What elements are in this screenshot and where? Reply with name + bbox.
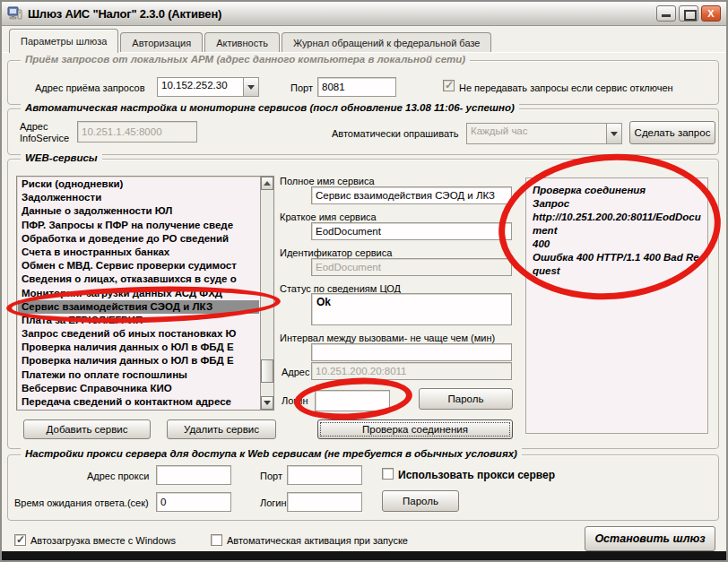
proxy-address-input[interactable]	[156, 465, 231, 485]
list-item[interactable]: Проверка наличия данных о ЮЛ в ФБД Е	[18, 341, 259, 354]
list-item[interactable]: Запрос сведений об иных постановках Ю	[18, 327, 259, 341]
proxy-address-label: Адрес прокси	[87, 471, 149, 481]
scroll-down-button[interactable]	[261, 396, 273, 410]
service-password-button[interactable]: Пароль	[419, 388, 513, 410]
make-request-button[interactable]: Сделать запрос	[629, 121, 715, 144]
list-item-selected[interactable]: Сервис взаимодействия СЭОД и ЛКЗ	[18, 300, 259, 314]
delete-service-button[interactable]: Удалить сервис	[167, 419, 276, 439]
scroll-up-button[interactable]	[261, 177, 273, 190]
list-item[interactable]: Данные о задолженности ЮЛ	[18, 204, 259, 218]
list-item[interactable]: Риски (однодневки)	[18, 177, 259, 191]
list-item[interactable]: Мониторинг загрузки данных АСД ФХД	[18, 287, 259, 300]
poll-combo[interactable]: Каждый час	[466, 123, 622, 144]
list-item[interactable]: Сведения о лицах, отказавшихся в суде о	[18, 272, 259, 286]
services-listbox[interactable]: Риски (однодневки) Задолженности Данные …	[16, 176, 274, 411]
poll-label: Автоматически опрашивать	[332, 128, 459, 139]
short-name-label: Краткое имя сервиса	[280, 212, 377, 222]
reception-address-dropdown-button[interactable]	[243, 78, 258, 96]
service-address-input	[311, 362, 512, 380]
list-item[interactable]: Обмен с МВД. Сервис проверки судимост	[18, 259, 259, 272]
list-item[interactable]: Плата за ЕГРЮЛ/ЕГРИП	[18, 314, 259, 327]
list-item[interactable]: Передача сведений о контактном адресе	[18, 395, 259, 409]
service-id-label: Идентификатор сервиса	[280, 247, 392, 258]
minimize-button[interactable]	[656, 5, 676, 22]
app-window: Шлюз АИС "Налог" 2.3.0 (Активен) X Парам…	[0, 0, 728, 562]
reception-group-title: Приём запросов от локальных АРМ (адрес д…	[21, 54, 470, 65]
services-scrollbar[interactable]	[260, 177, 273, 410]
triangle-down-icon	[264, 401, 271, 405]
tab-activity[interactable]: Активность	[204, 32, 280, 53]
autostart-label: Автозагрузка вместе с Windows	[30, 535, 176, 546]
no-forward-checkbox[interactable]	[443, 80, 455, 91]
log-line: Проверка соединения	[533, 184, 701, 197]
chevron-down-icon	[247, 85, 255, 90]
list-item[interactable]: Проверка наличия данных о ЮЛ в ФБД Е	[18, 354, 259, 367]
app-icon	[7, 6, 23, 21]
login-label: Логин	[282, 395, 308, 406]
list-item[interactable]: ПФР. Запросы к ПФР на получение сведе	[18, 219, 259, 232]
list-item[interactable]: Задолженности	[18, 191, 259, 204]
infoservice-label-1: Адрес	[20, 121, 48, 132]
tab-bar: Параметры шлюза Авторизация Активность Ж…	[2, 28, 726, 53]
log-line: http://10.251.200.20:8011/EodDocument	[533, 211, 701, 238]
stop-gateway-button[interactable]: Остановить шлюз	[585, 526, 715, 551]
check-connection-button[interactable]: Проверка соединения	[317, 419, 513, 439]
autoconfig-group-title: Автоматическая настройка и мониторинг се…	[21, 102, 519, 113]
interval-input[interactable]	[311, 343, 512, 361]
webservices-group-title: WEB-сервисы	[21, 152, 102, 163]
interval-label: Интервал между вызовами- не чаще чем (ми…	[280, 333, 495, 343]
tab-federal-log[interactable]: Журнал обращений к федеральной базе	[282, 32, 492, 53]
autostart-checkbox[interactable]	[14, 534, 26, 546]
reception-port-input[interactable]	[317, 77, 396, 97]
reception-address-label: Адрес приёма запросов	[35, 82, 145, 93]
tab-authorization[interactable]: Авторизация	[120, 32, 203, 53]
proxy-port-input[interactable]	[287, 465, 362, 485]
services-list: Риски (однодневки) Задолженности Данные …	[18, 177, 259, 409]
scrollbar-thumb[interactable]	[261, 359, 273, 383]
list-item[interactable]: Вебсервис Справочника КИО	[18, 382, 259, 395]
bottom-bar	[2, 551, 726, 560]
infoservice-address-input	[77, 121, 197, 143]
tab-content-panel: Приём запросов от локальных АРМ (адрес д…	[2, 52, 726, 551]
reception-address-combo[interactable]: 10.152.252.30	[157, 77, 259, 97]
list-item[interactable]: Платежи по оплате госпошлины	[18, 368, 259, 382]
autoactivate-checkbox[interactable]	[211, 534, 222, 546]
close-button[interactable]: X	[701, 5, 721, 22]
use-proxy-label: Использовать прокси сервер	[398, 469, 555, 481]
reception-address-value: 10.152.252.30	[158, 78, 243, 96]
log-line: Ошибка 400 HTTP/1.1 400 Bad Request	[533, 251, 701, 278]
proxy-login-input[interactable]	[287, 492, 362, 512]
short-name-input[interactable]	[311, 222, 512, 240]
no-forward-label: Не передавать запросы если сервис отключ…	[459, 82, 673, 93]
proxy-group: Настройки прокси сервера для доступа к W…	[7, 454, 719, 521]
list-item[interactable]: Обработка и доведение до РО сведений	[18, 232, 259, 246]
service-id-input	[311, 258, 512, 276]
autoactivate-label: Автоматическая активация при запуске	[227, 535, 408, 546]
proxy-password-button[interactable]: Пароль	[382, 490, 459, 512]
connection-log-panel: Проверка соединения Запрос http://10.251…	[525, 177, 708, 434]
poll-dropdown-button[interactable]	[606, 124, 621, 143]
cod-status-box: Ok	[311, 293, 512, 325]
proxy-login-label: Логин	[260, 497, 287, 508]
service-address-label: Адрес	[282, 367, 310, 377]
list-item[interactable]: Счета в иностранных банках	[18, 246, 259, 259]
full-name-input[interactable]	[311, 186, 512, 204]
use-proxy-checkbox[interactable]	[382, 468, 394, 480]
proxy-group-title: Настройки прокси сервера для доступа к W…	[21, 448, 522, 459]
log-line: 400	[533, 238, 701, 251]
reception-port-label: Порт	[290, 82, 313, 93]
proxy-port-label: Порт	[260, 471, 282, 481]
window-title: Шлюз АИС "Налог" 2.3.0 (Активен)	[28, 7, 221, 21]
title-bar: Шлюз АИС "Налог" 2.3.0 (Активен) X	[2, 2, 726, 26]
login-input[interactable]	[315, 390, 390, 411]
timeout-label: Время ожидания ответа.(сек)	[14, 497, 149, 508]
triangle-up-icon	[264, 181, 271, 186]
full-name-label: Полное имя сервиса	[280, 176, 375, 186]
infoservice-label-2: InfoService	[20, 133, 69, 143]
log-line: Запрос	[533, 197, 701, 211]
maximize-button[interactable]	[679, 5, 698, 22]
add-service-button[interactable]: Добавить сервис	[23, 419, 151, 439]
timeout-input[interactable]	[156, 492, 231, 512]
tab-gateway-params[interactable]: Параметры шлюза	[9, 29, 118, 53]
poll-value: Каждый час	[467, 124, 606, 143]
